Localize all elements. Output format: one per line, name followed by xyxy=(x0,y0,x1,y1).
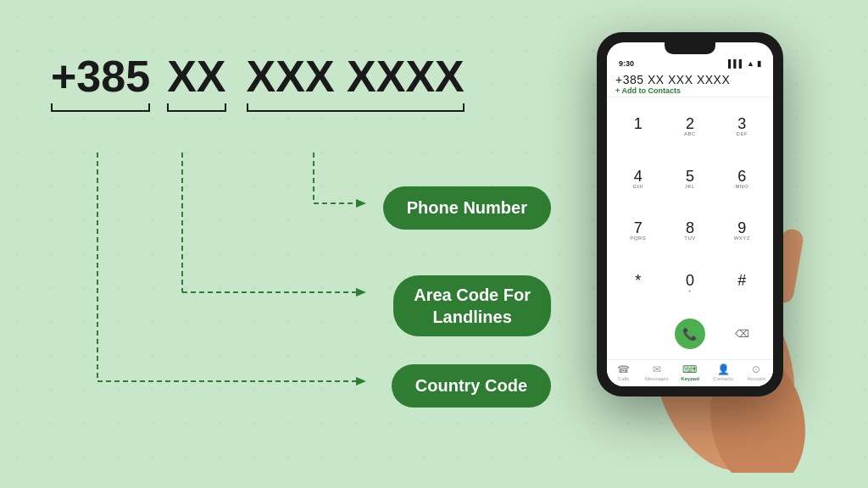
key-7[interactable]: 7PQRS xyxy=(612,206,664,258)
key-*[interactable]: * xyxy=(612,258,664,310)
key-number-#: # xyxy=(737,273,746,288)
key-letters-3: DEF xyxy=(737,131,748,138)
signal-icon: ▌▌▌ xyxy=(728,59,744,68)
key-3[interactable]: 3DEF xyxy=(716,101,768,153)
area-code-label: Area Code ForLandlines xyxy=(393,275,551,336)
hand-phone-container: 9:30 ▌▌▌ ▲ ▮ +385 XX XXX XXXX + Add to C… xyxy=(563,15,851,473)
key-#[interactable]: # xyxy=(716,258,768,310)
key-letters-7: PQRS xyxy=(630,236,646,242)
key-number-3: 3 xyxy=(737,116,746,131)
phone-notch xyxy=(665,42,715,54)
area-code-bracket xyxy=(167,103,225,112)
area-code-wrapper: XX xyxy=(167,51,225,112)
nav-label-contacts: Contacts xyxy=(713,376,733,381)
country-code-bracket xyxy=(51,103,150,112)
key-0[interactable]: 0+ xyxy=(664,258,715,310)
key-1[interactable]: 1 xyxy=(612,101,664,153)
phone-number-display: +385 XX XXX XXXX xyxy=(51,51,559,112)
key-letters-5: JKL xyxy=(685,184,695,191)
dialed-number: +385 XX XXX XXXX xyxy=(615,73,765,86)
right-section: 9:30 ▌▌▌ ▲ ▮ +385 XX XXX XXXX + Add to C… xyxy=(546,0,868,488)
phone-number-label: Phone Number xyxy=(383,186,551,230)
area-code-text: XX xyxy=(167,51,225,102)
key-number-1: 1 xyxy=(634,116,643,131)
key-number-7: 7 xyxy=(634,220,643,236)
key-letters-0: + xyxy=(688,288,692,295)
key-number-8: 8 xyxy=(686,220,694,236)
nav-label-keypad: Keypad xyxy=(681,376,699,381)
nav-item-account[interactable]: ⊙Account xyxy=(740,363,773,381)
nav-icon-account: ⊙ xyxy=(752,363,760,375)
key-letters-9: WXYZ xyxy=(734,236,750,242)
add-contact-text: + Add to Contacts xyxy=(615,86,681,95)
nav-icon-messages: ✉ xyxy=(653,363,661,375)
nav-icon-keypad: ⌨ xyxy=(682,363,697,375)
diagram-area: Phone Number Area Code ForLandlines Coun… xyxy=(51,144,559,466)
add-contact-button[interactable]: + Add to Contacts xyxy=(615,86,765,95)
key-4[interactable]: 4GHI xyxy=(612,153,664,206)
call-icon[interactable]: 📞 xyxy=(675,319,705,349)
battery-icon: ▮ xyxy=(757,59,761,68)
nav-icon-calls: ☎ xyxy=(617,363,630,375)
svg-marker-8 xyxy=(356,377,366,385)
key-letters-2: ABC xyxy=(684,131,696,138)
key-number-4: 4 xyxy=(634,169,643,184)
key-number-*: * xyxy=(635,273,641,288)
key-letters-6: MNO xyxy=(736,184,749,191)
number-wrapper: XXX XXXX xyxy=(247,51,465,112)
nav-label-messages: Messages xyxy=(645,376,668,381)
bottom-nav: ☎Calls✉Messages⌨Keypad👤Contacts⊙Account xyxy=(607,359,773,386)
area-code-label-text: Area Code ForLandlines xyxy=(414,286,531,326)
key-number-5: 5 xyxy=(686,169,694,184)
phone-screen: 9:30 ▌▌▌ ▲ ▮ +385 XX XXX XXXX + Add to C… xyxy=(607,42,773,386)
key-number-2: 2 xyxy=(686,116,694,131)
country-code-wrapper: +385 xyxy=(51,51,150,112)
nav-label-account: Account xyxy=(748,376,766,381)
key-number-0: 0 xyxy=(686,273,694,288)
country-code-label: Country Code xyxy=(392,364,551,408)
key-letters-8: TUV xyxy=(684,236,696,242)
key-number-9: 9 xyxy=(737,220,746,236)
call-button[interactable]: 📞 xyxy=(664,313,715,354)
status-time: 9:30 xyxy=(619,59,634,68)
number-bracket xyxy=(247,103,465,112)
key-letters-4: GHI xyxy=(633,184,643,191)
keypad-grid: 12ABC3DEF4GHI5JKL6MNO7PQRS8TUV9WXYZ*0+# xyxy=(607,97,773,313)
nav-item-keypad[interactable]: ⌨Keypad xyxy=(673,363,706,381)
keypad-actions: 📞 ⌫ xyxy=(607,313,773,359)
delete-icon: ⌫ xyxy=(735,328,749,340)
wifi-icon: ▲ xyxy=(747,59,754,68)
number-text: XXX XXXX xyxy=(247,51,465,102)
status-bar: 9:30 ▌▌▌ ▲ ▮ xyxy=(607,54,773,69)
dialer-display: +385 XX XXX XXXX + Add to Contacts xyxy=(607,69,773,97)
status-icons: ▌▌▌ ▲ ▮ xyxy=(728,59,761,68)
svg-marker-5 xyxy=(356,288,366,297)
nav-item-messages[interactable]: ✉Messages xyxy=(640,363,673,381)
left-section: +385 XX XXX XXXX xyxy=(34,34,559,454)
key-8[interactable]: 8TUV xyxy=(664,206,715,258)
key-9[interactable]: 9WXYZ xyxy=(716,206,768,258)
country-code-text: +385 xyxy=(51,51,150,102)
delete-button[interactable]: ⌫ xyxy=(716,313,768,354)
key-5[interactable]: 5JKL xyxy=(664,153,715,206)
key-2[interactable]: 2ABC xyxy=(664,101,715,153)
nav-item-contacts[interactable]: 👤Contacts xyxy=(707,363,740,381)
nav-icon-contacts: 👤 xyxy=(717,363,730,375)
key-number-6: 6 xyxy=(737,169,746,184)
phone-frame: 9:30 ▌▌▌ ▲ ▮ +385 XX XXX XXXX + Add to C… xyxy=(597,32,783,396)
empty-left xyxy=(612,313,664,354)
svg-marker-2 xyxy=(356,199,366,208)
key-6[interactable]: 6MNO xyxy=(716,153,768,206)
nav-item-calls[interactable]: ☎Calls xyxy=(607,363,640,381)
nav-label-calls: Calls xyxy=(618,376,629,381)
